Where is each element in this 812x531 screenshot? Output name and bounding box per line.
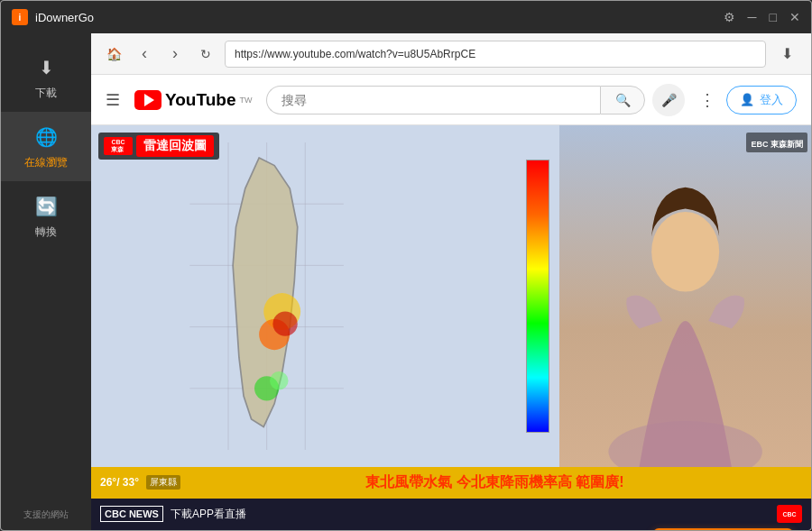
- browser-content[interactable]: ☰ YouTube TW 🔍 🎤: [91, 75, 811, 530]
- radar-map: EBC 東森新聞: [91, 125, 811, 467]
- sidebar-label-convert: 轉換: [35, 224, 57, 240]
- sidebar-label-browse: 在線瀏覽: [24, 155, 68, 170]
- browse-icon: 🌐: [32, 123, 60, 151]
- back-button[interactable]: ‹: [133, 42, 156, 66]
- play-triangle: [144, 94, 154, 106]
- window-controls: ⚙ ─ □ ✕: [724, 10, 800, 24]
- video-background: EBC 東森新聞 CBC東森 雷達回波圖: [91, 125, 811, 530]
- radar-left: [91, 125, 559, 467]
- account-icon: 👤: [740, 93, 754, 106]
- svg-point-11: [270, 371, 288, 389]
- signin-label: 登入: [760, 92, 783, 108]
- youtube-header-right: ⋮ 👤 登入: [699, 86, 797, 114]
- radar-color-scale: [526, 160, 549, 433]
- svg-point-13: [651, 212, 719, 292]
- forward-icon: ›: [172, 44, 178, 63]
- svg-point-9: [272, 311, 297, 335]
- youtube-header: ☰ YouTube TW 🔍 🎤: [91, 75, 811, 125]
- minimize-icon[interactable]: ─: [748, 10, 757, 24]
- sidebar-item-convert[interactable]: 🔄 轉換: [1, 181, 91, 251]
- ebc-news-logo: CBC NEWS: [100, 506, 163, 522]
- youtube-search-input[interactable]: [266, 86, 600, 114]
- microphone-icon: 🎤: [661, 93, 677, 107]
- app-icon: i: [12, 9, 28, 25]
- weather-temp: 26°/ 33°: [100, 476, 139, 489]
- youtube-voice-button[interactable]: 🎤: [652, 84, 685, 116]
- app-title: iDownerGo: [35, 11, 724, 24]
- weather-top-row: 26°/ 33° 屏東縣 東北風帶水氣 今北東降雨機率高 範圍廣!: [91, 467, 811, 499]
- settings-icon[interactable]: ⚙: [724, 10, 735, 24]
- weather-bottom-bar: 26°/ 33° 屏東縣 東北風帶水氣 今北東降雨機率高 範圍廣! CBC NE…: [91, 467, 811, 530]
- sidebar-item-browse[interactable]: 🌐 在線瀏覽: [1, 112, 91, 181]
- ebc-logo-text: CBC東森: [111, 139, 125, 154]
- close-icon[interactable]: ✕: [789, 10, 800, 24]
- sidebar-label-download: 下載: [35, 86, 57, 101]
- home-icon: 🏠: [106, 47, 122, 61]
- download-button[interactable]: ⬇ Download: [653, 528, 793, 530]
- forward-button[interactable]: ›: [163, 42, 187, 66]
- sidebar-item-download[interactable]: ⬇ 下載: [1, 42, 91, 112]
- main-layout: ⬇ 下載 🌐 在線瀏覽 🔄 轉換 支援的網站 🏠 ‹: [1, 33, 811, 530]
- nav-bar: 🏠 ‹ › ↻ ⬇: [91, 33, 811, 75]
- video-container[interactable]: EBC 東森新聞 CBC東森 雷達回波圖: [91, 125, 811, 530]
- title-bar: i iDownerGo ⚙ ─ □ ✕: [1, 1, 811, 33]
- youtube-menu-icon[interactable]: ☰: [106, 90, 120, 110]
- nav-download-icon[interactable]: ⬇: [773, 41, 800, 68]
- youtube-wordmark: YouTube: [165, 90, 235, 110]
- home-button[interactable]: 🏠: [102, 42, 125, 66]
- nav-dl-icon: ⬇: [781, 45, 793, 62]
- convert-icon: 🔄: [32, 192, 60, 221]
- weather-location: 屏東縣: [146, 475, 180, 490]
- app-window: i iDownerGo ⚙ ─ □ ✕ ⬇ 下載 🌐 在線瀏覽 🔄 轉換: [0, 0, 812, 531]
- refresh-button[interactable]: ↻: [194, 42, 217, 66]
- radar-title: 雷達回波圖: [136, 135, 214, 157]
- youtube-more-icon[interactable]: ⋮: [699, 90, 715, 110]
- ebc-top-right-label: EBC 東森新聞: [751, 140, 803, 149]
- presenter-area: EBC 東森新聞: [559, 125, 811, 467]
- ebc-bottom-right-logo: CBC: [777, 505, 802, 523]
- youtube-play-icon: [134, 90, 161, 110]
- weather-bottom-row: CBC NEWS 下載APP看直播 CBC: [91, 499, 811, 530]
- ebc-top-banner: CBC東森 雷達回波圖: [98, 133, 219, 160]
- weather-headline: 東北風帶水氣 今北東降雨機率高 範圍廣!: [188, 473, 802, 492]
- sidebar-footer-supported-sites[interactable]: 支援的網站: [14, 499, 78, 530]
- url-input[interactable]: [225, 41, 766, 68]
- youtube-logo[interactable]: YouTube TW: [134, 90, 252, 110]
- content-area: 🏠 ‹ › ↻ ⬇ ☰: [91, 33, 811, 530]
- ebc-top-right: EBC 東森新聞: [746, 133, 807, 152]
- news-ticker: 下載APP看直播: [171, 507, 246, 522]
- youtube-region: TW: [239, 96, 252, 105]
- youtube-search-box: 🔍 🎤: [266, 84, 685, 116]
- search-icon: 🔍: [615, 93, 631, 107]
- presenter-svg: [559, 160, 811, 467]
- maximize-icon[interactable]: □: [770, 10, 777, 24]
- sidebar: ⬇ 下載 🌐 在線瀏覽 🔄 轉換 支援的網站: [1, 33, 91, 530]
- youtube-search-button[interactable]: 🔍: [600, 86, 645, 114]
- refresh-icon: ↻: [200, 47, 211, 61]
- back-icon: ‹: [142, 44, 147, 63]
- youtube-signin-button[interactable]: 👤 登入: [726, 86, 797, 114]
- ebc-logo-box: CBC東森: [104, 137, 133, 155]
- taiwan-svg: [138, 142, 395, 450]
- download-icon: ⬇: [32, 53, 60, 82]
- video-thumbnail: EBC 東森新聞 CBC東森 雷達回波圖: [91, 125, 811, 530]
